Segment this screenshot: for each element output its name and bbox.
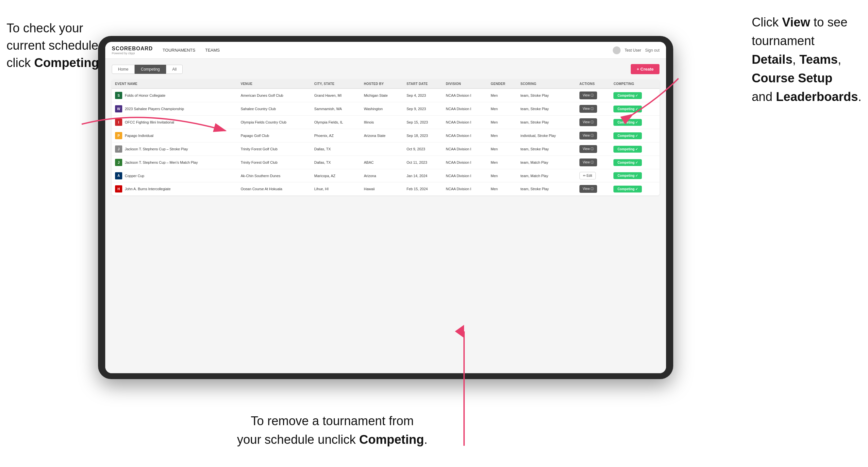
cell-scoring: team, Stroke Play: [517, 89, 576, 102]
event-name-cell: J Jackson T. Stephens Cup – Stroke Play: [112, 143, 237, 156]
view-button[interactable]: View ⓘ: [580, 118, 597, 126]
cell-gender: Men: [488, 102, 517, 116]
cell-division: NCAA Division I: [442, 102, 487, 116]
event-name-cell: P Papago Individual: [112, 129, 237, 143]
cell-hosted_by: Michigan State: [361, 89, 404, 102]
competing-cell: Competing ✓: [610, 156, 659, 169]
actions-cell: View ⓘ: [576, 102, 611, 116]
cell-gender: Men: [488, 182, 517, 196]
logo-title: SCOREBOARD: [112, 46, 153, 52]
cell-venue: Ak-Chin Southern Dunes: [237, 169, 311, 182]
cell-city_state: Maricopa, AZ: [311, 169, 361, 182]
event-name-cell: J Jackson T. Stephens Cup – Men's Match …: [112, 156, 237, 169]
col-actions: ACTIONS: [576, 80, 611, 89]
cell-city_state: Lihue, HI: [311, 182, 361, 196]
event-name-cell: W 2023 Sahalee Players Championship: [112, 102, 237, 116]
competing-button[interactable]: Competing ✓: [613, 172, 642, 179]
cell-venue: American Dunes Golf Club: [237, 89, 311, 102]
event-name: John A. Burns Intercollegiate: [125, 187, 170, 191]
tab-all[interactable]: All: [166, 65, 183, 74]
edit-button[interactable]: ✏ Edit: [580, 172, 596, 179]
annotation-bottom: To remove a tournament from your schedul…: [237, 412, 428, 449]
tabs-row: Home Competing All + Create: [112, 64, 659, 74]
cell-scoring: team, Stroke Play: [517, 116, 576, 129]
team-logo: J: [115, 146, 122, 153]
cell-city_state: Dallas, TX: [311, 156, 361, 169]
view-button[interactable]: View ⓘ: [580, 105, 597, 113]
logo-subtitle: Powered by clippi: [112, 52, 153, 55]
competing-button[interactable]: Competing ✓: [613, 119, 642, 126]
col-division: DIVISION: [442, 80, 487, 89]
competing-button[interactable]: Competing ✓: [613, 132, 642, 139]
cell-venue: Sahalee Country Club: [237, 102, 311, 116]
view-button[interactable]: View ⓘ: [580, 92, 597, 99]
col-venue: VENUE: [237, 80, 311, 89]
cell-start_date: Oct 11, 2023: [403, 156, 442, 169]
cell-hosted_by: ABAC: [361, 156, 404, 169]
competing-cell: Competing ✓: [610, 89, 659, 102]
cell-division: NCAA Division I: [442, 129, 487, 143]
user-icon: [613, 46, 621, 54]
view-button[interactable]: View ⓘ: [580, 132, 597, 139]
cell-city_state: Olympia Fields, IL: [311, 116, 361, 129]
view-button[interactable]: View ⓘ: [580, 185, 597, 193]
actions-cell: View ⓘ: [576, 182, 611, 196]
event-name: 2023 Sahalee Players Championship: [125, 107, 184, 111]
table-header-row: EVENT NAME VENUE CITY, STATE HOSTED BY S…: [112, 80, 659, 89]
cell-division: NCAA Division I: [442, 156, 487, 169]
col-gender: GENDER: [488, 80, 517, 89]
tab-competing[interactable]: Competing: [135, 65, 166, 74]
cell-division: NCAA Division I: [442, 143, 487, 156]
table-row: J Jackson T. Stephens Cup – Stroke Play …: [112, 143, 659, 156]
cell-start_date: Sep 4, 2023: [403, 89, 442, 102]
cell-division: NCAA Division I: [442, 182, 487, 196]
cell-venue: Ocean Course At Hokuala: [237, 182, 311, 196]
competing-button[interactable]: Competing ✓: [613, 146, 642, 153]
team-logo: W: [115, 105, 122, 113]
table-row: S Folds of Honor Collegiate American Dun…: [112, 89, 659, 102]
sign-out-link[interactable]: Sign out: [645, 48, 659, 53]
competing-cell: Competing ✓: [610, 102, 659, 116]
cell-city_state: Sammamish, WA: [311, 102, 361, 116]
competing-button[interactable]: Competing ✓: [613, 159, 642, 166]
cell-division: NCAA Division I: [442, 116, 487, 129]
cell-venue: Trinity Forest Golf Club: [237, 156, 311, 169]
actions-cell: View ⓘ: [576, 116, 611, 129]
cell-hosted_by: Hawaii: [361, 182, 404, 196]
view-button[interactable]: View ⓘ: [580, 158, 597, 166]
tab-home[interactable]: Home: [112, 65, 135, 74]
competing-button[interactable]: Competing ✓: [613, 105, 642, 113]
event-name-cell: H John A. Burns Intercollegiate: [112, 182, 237, 196]
nav-tournaments[interactable]: TOURNAMENTS: [163, 46, 195, 54]
nav-bar: SCOREBOARD Powered by clippi TOURNAMENTS…: [105, 42, 666, 59]
view-button[interactable]: View ⓘ: [580, 145, 597, 153]
event-name: Copper Cup: [125, 174, 144, 178]
event-name: OFCC Fighting Illini Invitational: [125, 120, 174, 124]
cell-start_date: Sep 18, 2023: [403, 129, 442, 143]
event-name: Jackson T. Stephens Cup – Men's Match Pl…: [125, 160, 198, 164]
cell-hosted_by: [361, 143, 404, 156]
cell-venue: Olympia Fields Country Club: [237, 116, 311, 129]
col-start-date: START DATE: [403, 80, 442, 89]
cell-division: NCAA Division I: [442, 169, 487, 182]
competing-button[interactable]: Competing ✓: [613, 92, 642, 99]
event-name: Papago Individual: [125, 134, 153, 137]
competing-cell: Competing ✓: [610, 143, 659, 156]
create-button[interactable]: + Create: [631, 64, 659, 74]
tablet: SCOREBOARD Powered by clippi TOURNAMENTS…: [98, 36, 673, 379]
event-name-cell: S Folds of Honor Collegiate: [112, 89, 237, 102]
nav-teams[interactable]: TEAMS: [205, 46, 220, 54]
competing-cell: Competing ✓: [610, 169, 659, 182]
cell-start_date: Jan 14, 2024: [403, 169, 442, 182]
tabs-container: Home Competing All: [112, 65, 183, 74]
event-name: Jackson T. Stephens Cup – Stroke Play: [125, 147, 188, 151]
tournaments-table: EVENT NAME VENUE CITY, STATE HOSTED BY S…: [112, 80, 659, 195]
content-area: Home Competing All + Create EVENT NAME V…: [105, 59, 666, 373]
cell-venue: Trinity Forest Golf Club: [237, 143, 311, 156]
competing-cell: Competing ✓: [610, 182, 659, 196]
cell-scoring: team, Stroke Play: [517, 182, 576, 196]
col-hosted-by: HOSTED BY: [361, 80, 404, 89]
competing-button[interactable]: Competing ✓: [613, 186, 642, 192]
table-row: W 2023 Sahalee Players Championship Saha…: [112, 102, 659, 116]
annotation-top-left: To check your current schedule, click Co…: [6, 20, 102, 72]
